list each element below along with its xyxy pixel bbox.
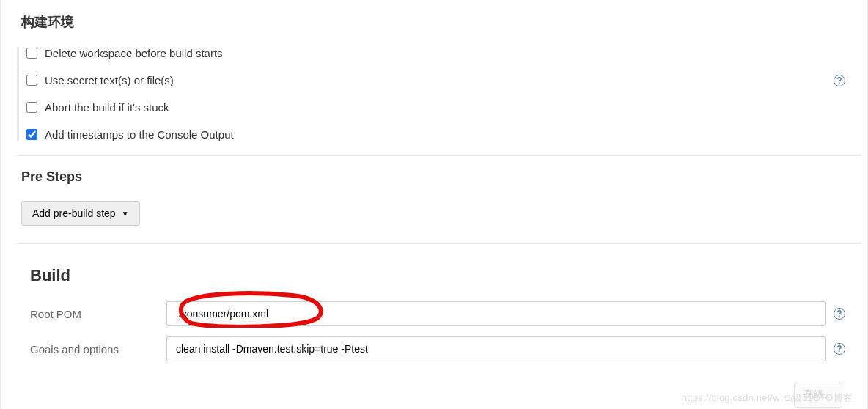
checkbox-secret-text[interactable] <box>26 75 37 86</box>
field-row-goals: Goals and options ? <box>30 336 861 361</box>
help-icon[interactable]: ? <box>834 343 845 355</box>
check-row-secret-text: Use secret text(s) or file(s) ? <box>26 74 861 86</box>
section-build-title: Build <box>30 266 861 285</box>
checkbox-label: Delete workspace before build starts <box>45 47 223 59</box>
caret-down-icon: ▼ <box>122 210 129 218</box>
build-env-options: Delete workspace before build starts Use… <box>17 47 861 141</box>
check-row-timestamps: Add timestamps to the Console Output <box>26 128 861 141</box>
check-row-abort-stuck: Abort the build if it's stuck <box>26 101 861 114</box>
section-build-env-title: 构建环境 <box>21 13 861 31</box>
root-pom-label: Root POM <box>30 308 166 320</box>
root-pom-input[interactable] <box>166 301 826 326</box>
section-pre-steps-title: Pre Steps <box>21 169 861 185</box>
add-pre-build-step-button[interactable]: Add pre-build step ▼ <box>21 201 140 226</box>
help-icon[interactable]: ? <box>834 308 845 320</box>
goals-input[interactable] <box>166 336 826 361</box>
divider <box>14 243 861 244</box>
checkbox-label: Abort the build if it's stuck <box>45 101 169 114</box>
checkbox-label: Add timestamps to the Console Output <box>45 128 234 141</box>
advanced-button[interactable]: 高级... <box>794 383 842 408</box>
checkbox-timestamps[interactable] <box>26 129 37 140</box>
divider <box>14 155 861 156</box>
checkbox-delete-workspace[interactable] <box>26 48 37 59</box>
checkbox-abort-stuck[interactable] <box>26 102 37 113</box>
help-icon[interactable]: ? <box>834 75 845 86</box>
goals-label: Goals and options <box>30 343 166 355</box>
field-row-root-pom: Root POM ? <box>30 301 861 326</box>
check-row-delete-workspace: Delete workspace before build starts <box>26 47 861 59</box>
add-pre-build-step-label: Add pre-build step <box>32 207 116 219</box>
checkbox-label: Use secret text(s) or file(s) <box>45 74 174 86</box>
